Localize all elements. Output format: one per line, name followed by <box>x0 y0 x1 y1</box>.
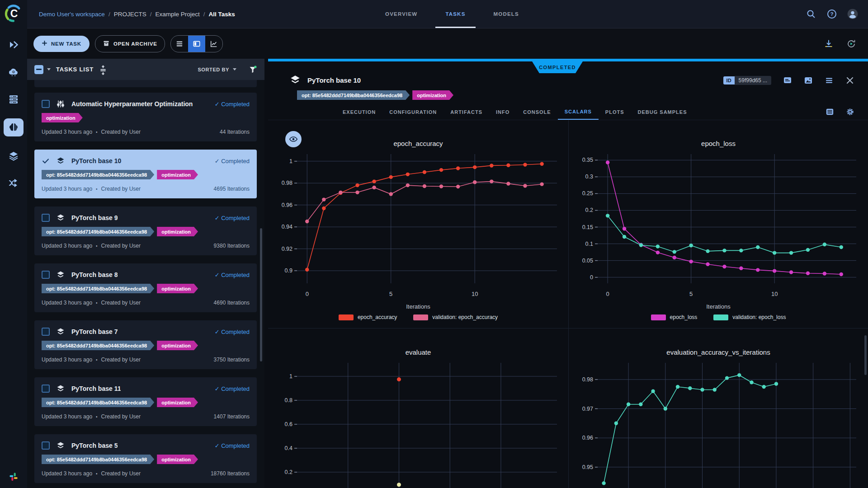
chart-xlabel: Iterations <box>268 303 568 312</box>
new-task-button[interactable]: NEW TASK <box>33 36 90 52</box>
tab-plots[interactable]: PLOTS <box>599 104 631 120</box>
legend-item[interactable]: epoch_loss <box>651 314 698 320</box>
tasks-panel: TASKS LIST SORTED BY Automatic Hyperpara… <box>27 59 264 488</box>
chart-plot-epoch-loss[interactable]: 00.050.10.150.20.250.30.350510 <box>569 148 868 301</box>
svg-text:0.15: 0.15 <box>582 224 593 230</box>
chart-plot-evaluation-accuracy-vs-iterations[interactable]: 0.950.960.970.98 <box>569 357 868 488</box>
tab-execution[interactable]: EXECUTION <box>336 104 382 120</box>
task-tag-optimization[interactable]: optimization <box>157 398 198 407</box>
legend-label: epoch_loss <box>670 314 698 320</box>
task-tag-optimization[interactable]: optimization <box>157 227 198 236</box>
task-card[interactable]: PyTorch base 10✓ Completedopt: 85e5482dd… <box>34 150 257 198</box>
task-checkbox[interactable] <box>42 385 50 393</box>
task-tag-opt[interactable]: opt: 85e5482ddd7149b8ba0446356eedca98 <box>42 398 154 407</box>
legend-item[interactable]: validation: epoch_loss <box>713 314 786 320</box>
select-all-checkbox[interactable] <box>34 65 43 74</box>
meta-dot: • <box>96 244 98 249</box>
task-tag-optimization[interactable]: optimization <box>157 455 198 464</box>
task-card[interactable]: PyTorch base 9✓ Completedopt: 85e5482ddd… <box>34 206 257 255</box>
task-tag-opt[interactable]: opt: 85e5482ddd7149b8ba0446356eedca98 <box>42 341 154 350</box>
table-view-icon[interactable] <box>171 36 188 52</box>
nav-tab-tasks[interactable]: TASKS <box>435 0 475 28</box>
task-tag-optimization[interactable]: optimization <box>157 170 198 179</box>
tab-scalars[interactable]: SCALARS <box>558 104 599 120</box>
hide-plots-eye-icon[interactable] <box>285 131 302 147</box>
detail-tag-optimization[interactable]: optimization <box>412 90 453 100</box>
collapse-rows-icon[interactable] <box>99 65 107 74</box>
tab-configuration[interactable]: CONFIGURATION <box>382 104 443 120</box>
legend-item[interactable]: epoch_accuracy <box>339 314 397 320</box>
tasks-scrollbar-thumb[interactable] <box>260 228 262 361</box>
tab-console[interactable]: CONSOLE <box>516 104 557 120</box>
task-iterations: 4690 Iterations <box>214 300 250 306</box>
task-checkbox[interactable] <box>42 328 50 336</box>
task-card[interactable]: PyTorch base 8✓ Completedopt: 85e5482ddd… <box>34 263 257 312</box>
meta-dot: • <box>96 130 98 135</box>
menu-icon[interactable] <box>825 76 834 85</box>
sliders-icon <box>56 99 66 109</box>
pipelines-icon[interactable] <box>5 175 23 191</box>
search-icon[interactable] <box>806 9 816 19</box>
gear-icon[interactable] <box>846 108 854 116</box>
task-checkbox[interactable] <box>42 271 50 279</box>
nav-tab-overview[interactable]: OVERVIEW <box>375 0 427 28</box>
task-tag-opt[interactable]: opt: 85e5482ddd7149b8ba0446356eedca98 <box>42 227 154 236</box>
legend-item[interactable]: validation: epoch_accuracy <box>413 314 498 320</box>
breadcrumb-project[interactable]: Example Project <box>155 11 199 18</box>
svg-text:0.35: 0.35 <box>582 157 593 163</box>
task-checkbox[interactable] <box>42 100 50 108</box>
task-checkbox[interactable] <box>42 214 50 222</box>
workers-queues-icon[interactable] <box>5 91 23 107</box>
task-card[interactable]: PyTorch base 5✓ Completedopt: 85e5482ddd… <box>34 434 257 483</box>
chart-view-icon[interactable] <box>205 36 222 52</box>
close-icon[interactable] <box>845 76 854 85</box>
task-tag-optimization[interactable]: optimization <box>157 284 198 293</box>
task-tag-optimization[interactable]: optimization <box>157 341 198 350</box>
tab-debug-samples[interactable]: DEBUG SAMPLES <box>631 104 694 120</box>
chart-evaluation-accuracy-vs-iterations: evaluation_accuracy_vs_iterations0.950.9… <box>569 328 868 488</box>
auto-refresh-icon[interactable] <box>846 39 856 49</box>
nav-tab-models[interactable]: MODELS <box>484 0 529 28</box>
open-archive-button[interactable]: OPEN ARCHIVE <box>95 35 165 52</box>
task-checkbox[interactable] <box>42 441 50 450</box>
detail-tag-opt[interactable]: opt: 85e5482ddd7149b8ba0446356eedca98 <box>297 90 410 100</box>
chevron-down-icon[interactable] <box>233 68 236 70</box>
comments-icon[interactable] <box>783 76 792 85</box>
tab-info[interactable]: INFO <box>489 104 516 120</box>
sorted-by-label[interactable]: SORTED BY <box>198 67 229 72</box>
user-avatar[interactable] <box>847 9 858 19</box>
task-card[interactable]: PyTorch base 7✓ Completedopt: 85e5482ddd… <box>34 320 257 369</box>
breadcrumb-workspace[interactable]: Demo User's workspace <box>39 11 105 18</box>
slack-icon[interactable] <box>0 471 27 483</box>
task-card[interactable]: PyTorch base 11✓ Completedopt: 85e5482dd… <box>34 377 257 426</box>
download-icon[interactable] <box>824 39 834 49</box>
chevron-down-icon[interactable] <box>47 68 51 70</box>
task-card[interactable]: Automatic Hyperparameter Optimization✓ C… <box>34 93 257 141</box>
debug-image-icon[interactable] <box>804 76 813 85</box>
svg-text:0.9: 0.9 <box>285 267 292 274</box>
task-id-badge[interactable]: ID 59f99d65 ... <box>723 76 771 85</box>
experiment-icon <box>56 213 66 223</box>
split-view-icon[interactable] <box>188 36 205 52</box>
task-card-partial[interactable] <box>34 80 257 87</box>
help-icon[interactable]: ? <box>826 9 837 19</box>
task-tag-opt[interactable]: opt: 85e5482ddd7149b8ba0446356eedca98 <box>42 455 154 464</box>
clearml-logo-icon[interactable]: C <box>4 4 24 23</box>
breadcrumb: Demo User's workspace / PROJECTS / Examp… <box>39 11 235 18</box>
cloud-autoscaler-icon[interactable]: ⚙ <box>5 64 23 80</box>
projects-brain-icon[interactable] <box>4 118 24 136</box>
svg-text:0.1: 0.1 <box>585 241 593 247</box>
chart-plot-evaluate[interactable]: 0.20.40.60.81 <box>268 357 569 488</box>
task-tag-opt[interactable]: opt: 85e5482ddd7149b8ba0446356eedca98 <box>42 170 154 179</box>
svg-text:0: 0 <box>306 291 309 297</box>
tab-artifacts[interactable]: ARTIFACTS <box>443 104 489 120</box>
chart-plot-epoch-accuracy[interactable]: 0.90.920.940.960.9810510 <box>268 148 569 301</box>
task-tag-opt[interactable]: opt: 85e5482ddd7149b8ba0446356eedca98 <box>42 284 154 293</box>
detail-scrollbar-thumb[interactable] <box>864 335 867 375</box>
filter-icon[interactable] <box>248 65 257 74</box>
breadcrumb-projects[interactable]: PROJECTS <box>114 11 146 18</box>
task-tag-optimization[interactable]: optimization <box>42 113 83 122</box>
datasets-layers-icon[interactable] <box>5 148 23 164</box>
metrics-table-icon[interactable] <box>826 108 834 116</box>
expand-sidebar-icon[interactable] <box>5 37 23 52</box>
